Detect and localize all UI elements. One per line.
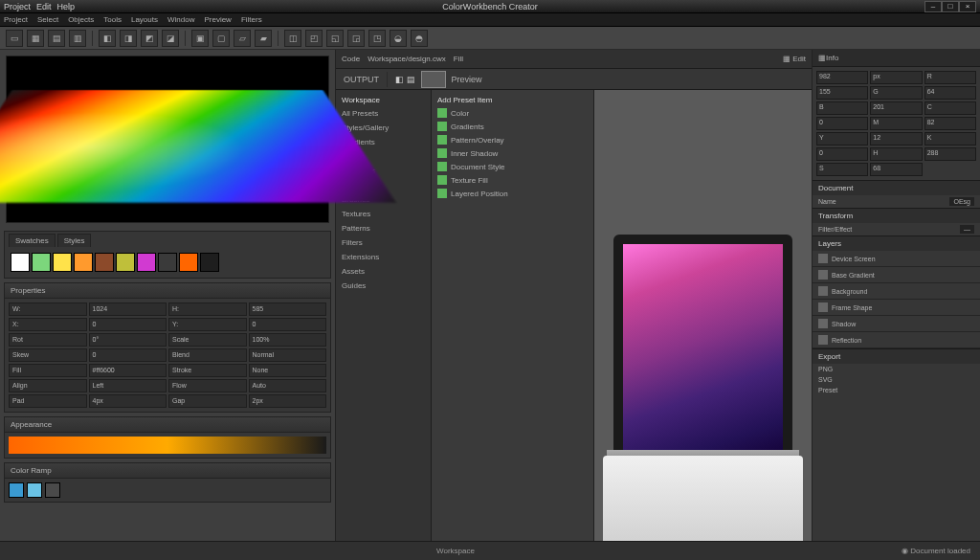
info-cell[interactable]: K (924, 132, 976, 146)
tool-button[interactable]: ◰ (305, 30, 323, 47)
path-action[interactable]: Edit (792, 55, 806, 63)
property-cell[interactable]: #ff6600 (89, 364, 167, 377)
path-segment[interactable]: Code (342, 55, 360, 63)
info-cell[interactable]: S (816, 163, 868, 176)
menu-item[interactable]: Objects (68, 15, 94, 24)
mini-swatch[interactable] (9, 482, 24, 498)
path-segment[interactable]: Workspace/design.cwx (368, 55, 446, 63)
document-value[interactable]: OEsg (949, 197, 974, 206)
info-cell[interactable]: Y (816, 132, 868, 146)
property-cell[interactable]: H: (168, 302, 247, 316)
tool-button[interactable]: ◓ (411, 30, 428, 47)
swatch[interactable] (53, 253, 72, 272)
menu-item[interactable]: Window (167, 15, 194, 24)
list-item[interactable]: Color (435, 106, 590, 120)
swatch[interactable] (116, 253, 135, 272)
info-cell[interactable]: 0 (816, 147, 868, 161)
tree-item[interactable]: Filters (340, 235, 427, 250)
swatch[interactable] (179, 253, 198, 272)
property-cell[interactable]: Fill (9, 364, 87, 377)
minimize-button[interactable]: – (924, 1, 942, 12)
info-tab[interactable]: ▦ Info (813, 50, 980, 67)
layer-row[interactable]: Device Screen (813, 251, 980, 267)
app-tab[interactable]: Edit (36, 2, 52, 11)
preview-tab[interactable]: Preview (452, 75, 482, 84)
tool-button[interactable]: ◱ (326, 30, 344, 47)
swatches-tab[interactable]: Swatches (9, 234, 56, 247)
property-cell[interactable]: W: (9, 302, 87, 316)
tree-item[interactable]: All Presets (340, 106, 427, 121)
list-item[interactable]: Layered Position (435, 187, 590, 200)
tool-button[interactable]: ▦ (27, 30, 44, 47)
info-cell[interactable]: 982 (816, 71, 868, 84)
tool-button[interactable]: ◧ (99, 30, 116, 47)
property-cell[interactable]: 585 (249, 302, 327, 316)
swatch[interactable] (74, 253, 93, 272)
tool-button[interactable]: ◪ (162, 30, 179, 47)
property-cell[interactable]: Align (9, 379, 87, 392)
gradient-bar[interactable] (9, 437, 326, 454)
export-option[interactable]: Preset (818, 387, 837, 393)
tree-item[interactable]: Styles/Gallery (340, 121, 427, 135)
info-cell[interactable]: 288 (924, 147, 976, 161)
export-option[interactable]: PNG (818, 366, 833, 372)
menu-item[interactable]: Tools (103, 15, 122, 24)
property-cell[interactable]: 0 (89, 348, 167, 362)
tool-button[interactable]: ▭ (6, 30, 23, 47)
property-cell[interactable]: Rot (9, 333, 87, 347)
tool-button[interactable]: ▰ (255, 30, 272, 47)
info-cell[interactable]: R (924, 71, 976, 84)
layer-row[interactable]: Background (813, 283, 980, 300)
tool-button[interactable]: ▣ (191, 30, 209, 47)
property-cell[interactable]: Scale (168, 333, 247, 347)
visibility-icon[interactable] (818, 270, 828, 280)
app-tab[interactable]: Project (4, 2, 31, 11)
tool-button[interactable]: ◫ (284, 30, 301, 47)
property-cell[interactable]: 0 (249, 318, 327, 331)
swatch[interactable] (11, 253, 30, 272)
info-cell[interactable]: 82 (924, 117, 976, 130)
info-cell[interactable]: 155 (816, 86, 868, 100)
swatch[interactable] (32, 253, 51, 272)
tree-item[interactable]: Patterns (340, 221, 427, 235)
canvas[interactable] (594, 90, 812, 541)
menu-item[interactable]: Select (37, 15, 58, 24)
menu-item[interactable]: Project (4, 15, 28, 24)
tree-item[interactable]: Textures (340, 207, 427, 221)
tool-button[interactable]: ◲ (347, 30, 365, 47)
tree-item[interactable]: Assets (340, 264, 427, 279)
info-cell[interactable]: 68 (870, 163, 922, 176)
tree-item[interactable]: Guides (340, 279, 427, 293)
property-cell[interactable]: 0° (89, 333, 167, 347)
layer-row[interactable]: Frame Shape (813, 300, 980, 316)
info-cell[interactable]: B (816, 101, 868, 115)
tool-button[interactable]: ◒ (390, 30, 407, 47)
visibility-icon[interactable] (818, 319, 828, 328)
swatch[interactable] (137, 253, 156, 272)
tool-button[interactable]: ◳ (368, 30, 386, 47)
property-cell[interactable]: Normal (249, 348, 327, 362)
maximize-button[interactable]: □ (942, 1, 959, 12)
tool-button[interactable]: ◩ (141, 30, 158, 47)
info-cell[interactable]: M (870, 117, 922, 130)
visibility-icon[interactable] (818, 302, 828, 312)
info-cell[interactable]: G (870, 86, 922, 100)
property-cell[interactable]: Stroke (168, 364, 247, 377)
path-segment[interactable]: Fill (454, 55, 463, 63)
property-cell[interactable]: Blend (168, 348, 247, 362)
property-cell[interactable]: Pad (9, 394, 87, 408)
visibility-icon[interactable] (818, 335, 828, 345)
property-cell[interactable]: X: (9, 318, 87, 331)
styles-tab[interactable]: Styles (57, 234, 92, 247)
mini-swatch[interactable] (27, 482, 42, 498)
tool-button[interactable]: ▱ (234, 30, 251, 47)
thumbnail-icon[interactable] (421, 71, 446, 88)
tool-button[interactable]: ◨ (120, 30, 137, 47)
preview-rainbow[interactable] (6, 56, 329, 223)
visibility-icon[interactable] (818, 254, 828, 263)
tool-button[interactable]: ▥ (69, 30, 86, 47)
property-cell[interactable]: 2px (249, 394, 327, 408)
property-cell[interactable]: Auto (249, 379, 327, 392)
info-cell[interactable]: px (870, 71, 922, 84)
device-mockup[interactable] (613, 235, 792, 541)
